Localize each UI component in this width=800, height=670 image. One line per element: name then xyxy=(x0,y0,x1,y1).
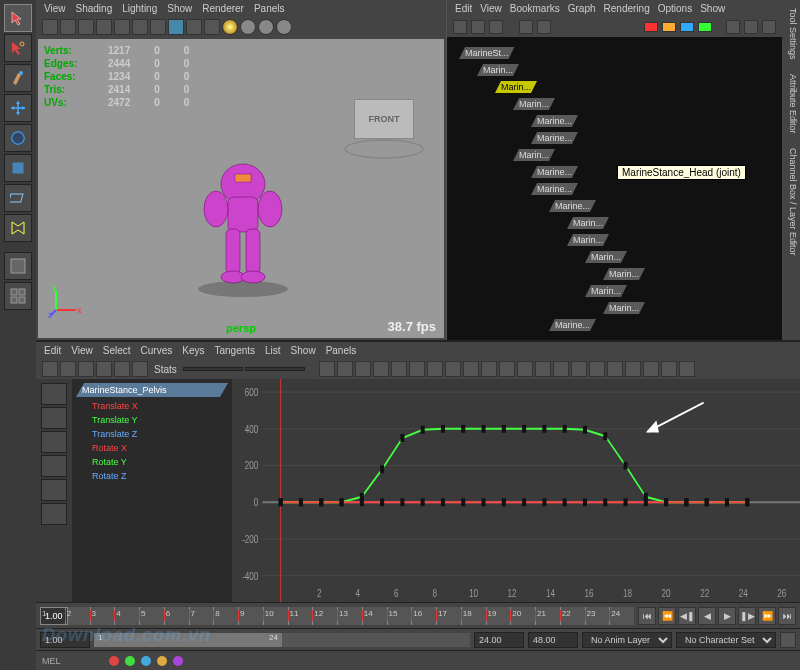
ge-tb-7[interactable] xyxy=(319,361,335,377)
viewport-canvas[interactable]: Verts:121700 Edges:244400 Faces:123400 T… xyxy=(38,39,444,338)
ge-tb-15[interactable] xyxy=(463,361,479,377)
vp-menu-panels[interactable]: Panels xyxy=(254,3,285,14)
rotate-tool[interactable] xyxy=(4,124,32,152)
vp-btn-4[interactable] xyxy=(96,19,112,35)
ge-side-5[interactable] xyxy=(41,479,67,501)
ot-btn-1[interactable] xyxy=(453,20,467,34)
out-menu-rendering[interactable]: Rendering xyxy=(604,3,650,14)
ge-tb-13[interactable] xyxy=(427,361,443,377)
ge-menu-show[interactable]: Show xyxy=(291,345,316,356)
step-forward-key-button[interactable]: ⏩ xyxy=(758,607,776,625)
ot-color-1[interactable] xyxy=(644,22,658,32)
ge-menu-panels[interactable]: Panels xyxy=(326,345,357,356)
ge-menu-view[interactable]: View xyxy=(71,345,93,356)
ot-btn-2[interactable] xyxy=(471,20,485,34)
stats-field-1[interactable] xyxy=(183,367,243,371)
tree-node[interactable]: Marin... xyxy=(451,62,778,78)
tree-node[interactable]: Marin... xyxy=(451,300,778,316)
ge-menu-curves[interactable]: Curves xyxy=(141,345,173,356)
ge-tb-4[interactable] xyxy=(96,361,112,377)
tree-node[interactable]: Marin... xyxy=(451,249,778,265)
ge-tb-26[interactable] xyxy=(661,361,677,377)
range-opts-button[interactable] xyxy=(780,632,796,648)
step-forward-button[interactable]: ❚▶ xyxy=(738,607,756,625)
tree-node[interactable]: Marine... xyxy=(451,113,778,129)
universal-manip-tool[interactable] xyxy=(4,184,32,212)
vp-btn-2[interactable] xyxy=(60,19,76,35)
play-forward-button[interactable]: ▶ xyxy=(718,607,736,625)
vp-menu-shading[interactable]: Shading xyxy=(76,3,113,14)
ge-tb-9[interactable] xyxy=(355,361,371,377)
ot-btn-3[interactable] xyxy=(489,20,503,34)
play-back-button[interactable]: ◀ xyxy=(698,607,716,625)
tab-attribute-editor[interactable]: Attribute Editor xyxy=(788,74,798,134)
vp-menu-renderer[interactable]: Renderer xyxy=(202,3,244,14)
ge-tb-20[interactable] xyxy=(553,361,569,377)
ge-tb-11[interactable] xyxy=(391,361,407,377)
vp-btn-1[interactable] xyxy=(42,19,58,35)
selected-object[interactable]: MarineStance_Pelvis xyxy=(76,383,228,397)
ge-tb-18[interactable] xyxy=(517,361,533,377)
view-cube[interactable]: FRONT xyxy=(354,99,414,139)
ge-tb-25[interactable] xyxy=(643,361,659,377)
ge-menu-edit[interactable]: Edit xyxy=(44,345,61,356)
range-start-outer[interactable] xyxy=(40,632,90,648)
ge-tb-3[interactable] xyxy=(78,361,94,377)
ot-color-4[interactable] xyxy=(698,22,712,32)
ge-tb-10[interactable] xyxy=(373,361,389,377)
single-persp-layout[interactable] xyxy=(4,252,32,280)
ot-btn-7[interactable] xyxy=(744,20,758,34)
four-view-layout[interactable] xyxy=(4,282,32,310)
step-back-button[interactable]: ◀❚ xyxy=(678,607,696,625)
tree-node[interactable]: Marine... xyxy=(451,181,778,197)
channel-row[interactable]: Rotate X xyxy=(76,441,228,455)
vp-btn-13[interactable] xyxy=(258,19,274,35)
ge-tb-14[interactable] xyxy=(445,361,461,377)
vp-btn-10[interactable] xyxy=(204,19,220,35)
scale-tool[interactable] xyxy=(4,154,32,182)
range-max[interactable] xyxy=(528,632,578,648)
out-menu-options[interactable]: Options xyxy=(658,3,692,14)
ot-color-3[interactable] xyxy=(680,22,694,32)
ge-tb-22[interactable] xyxy=(589,361,605,377)
character-set-dropdown[interactable]: No Character Set xyxy=(676,632,776,648)
soft-mod-tool[interactable] xyxy=(4,214,32,242)
tree-node[interactable]: Marin... xyxy=(451,215,778,231)
ge-tb-2[interactable] xyxy=(60,361,76,377)
lasso-tool[interactable] xyxy=(4,34,32,62)
ot-color-2[interactable] xyxy=(662,22,676,32)
ot-btn-4[interactable] xyxy=(519,20,533,34)
ge-tb-12[interactable] xyxy=(409,361,425,377)
out-menu-bookmarks[interactable]: Bookmarks xyxy=(510,3,560,14)
anim-layer-dropdown[interactable]: No Anim Layer xyxy=(582,632,672,648)
vp-btn-12[interactable] xyxy=(240,19,256,35)
ge-side-3[interactable] xyxy=(41,431,67,453)
go-end-button[interactable]: ⏭ xyxy=(778,607,796,625)
tab-channel-box[interactable]: Channel Box / Layer Editor xyxy=(788,148,798,256)
vp-menu-view[interactable]: View xyxy=(44,3,66,14)
tree-node[interactable]: Marine... xyxy=(451,198,778,214)
ge-tb-27[interactable] xyxy=(679,361,695,377)
range-slider[interactable]: 1 24 xyxy=(94,633,470,647)
ge-tb-6[interactable] xyxy=(132,361,148,377)
ge-tb-17[interactable] xyxy=(499,361,515,377)
ge-menu-list[interactable]: List xyxy=(265,345,281,356)
channel-row[interactable]: Rotate Y xyxy=(76,455,228,469)
ge-side-6[interactable] xyxy=(41,503,67,525)
vp-btn-14[interactable] xyxy=(276,19,292,35)
vp-menu-lighting[interactable]: Lighting xyxy=(122,3,157,14)
ge-tb-23[interactable] xyxy=(607,361,623,377)
vp-menu-show[interactable]: Show xyxy=(167,3,192,14)
mel-label[interactable]: MEL xyxy=(42,656,61,666)
channel-row[interactable]: Translate X xyxy=(76,399,228,413)
vp-btn-6[interactable] xyxy=(132,19,148,35)
tree-node[interactable]: Marin... xyxy=(451,266,778,282)
out-menu-edit[interactable]: Edit xyxy=(455,3,472,14)
tree-node[interactable]: Marin... xyxy=(451,79,778,95)
ge-tb-21[interactable] xyxy=(571,361,587,377)
tree-node[interactable]: Marin... xyxy=(451,232,778,248)
vp-btn-5[interactable] xyxy=(114,19,130,35)
ge-tb-24[interactable] xyxy=(625,361,641,377)
ge-side-4[interactable] xyxy=(41,455,67,477)
select-tool[interactable] xyxy=(4,4,32,32)
